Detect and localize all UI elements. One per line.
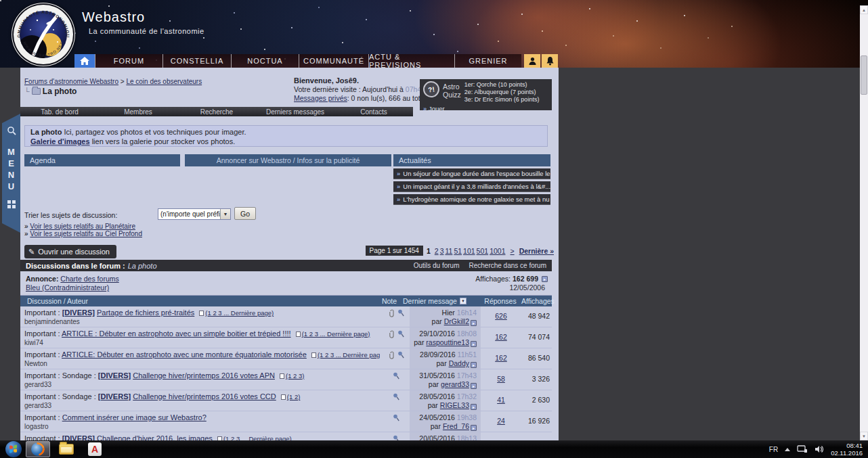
tab-constellia[interactable]: CONSTELLIA: [162, 54, 231, 68]
toolbar-members[interactable]: Membres: [99, 108, 177, 116]
home-tab[interactable]: [74, 54, 95, 68]
goto-last-post-icon[interactable]: ▸: [471, 383, 477, 389]
col-dernier-message[interactable]: Dernier message ▼: [403, 297, 479, 305]
thread-title-link[interactable]: Challenge hiver/printemps 2016 votes APN: [133, 371, 275, 380]
replies-link[interactable]: 162: [495, 333, 507, 341]
thread-pages-links[interactable]: (1 2 3 ... Dernière page): [318, 351, 380, 359]
announce-link[interactable]: Charte des forums: [60, 275, 118, 283]
col-discussion-auteur[interactable]: Discussion / Auteur: [20, 297, 376, 305]
taskbar-firefox-button[interactable]: [26, 441, 50, 457]
chevron-down-icon[interactable]: ▼: [220, 209, 230, 219]
user-menu-button[interactable]: [524, 54, 540, 68]
replies-link[interactable]: 24: [497, 417, 505, 425]
replies-link[interactable]: 58: [497, 375, 505, 383]
taskbar-autocad-button[interactable]: A: [83, 441, 107, 457]
last-poster-link[interactable]: raspouttine13: [426, 338, 469, 346]
announce-author-link[interactable]: Bleu (Contradministrateur): [26, 283, 109, 292]
page-link[interactable]: 101: [463, 247, 475, 255]
goto-last-post-icon[interactable]: ▸: [471, 320, 477, 326]
notifications-button[interactable]: [542, 54, 558, 68]
speaker-icon[interactable]: [815, 445, 824, 453]
breadcrumb-section-link[interactable]: Le coin des observateurs: [126, 78, 202, 85]
apps-grid-icon[interactable]: [7, 200, 16, 208]
tab-forum[interactable]: FORUM: [95, 54, 162, 68]
breadcrumb-root-link[interactable]: Forums d'astronomie Webastro: [24, 78, 118, 85]
toolbar-search[interactable]: Recherche: [177, 108, 256, 116]
thread-title-link[interactable]: Comment insérer une image sur Webastro?: [62, 413, 207, 421]
new-thread-button[interactable]: ✎ Ouvrir une discussion: [24, 245, 116, 258]
col-note[interactable]: Note: [376, 297, 403, 305]
thread-title-link[interactable]: Partage de fichiers pré-traités: [97, 308, 194, 317]
last-poster-link[interactable]: Daddy: [449, 359, 469, 367]
last-poster-link[interactable]: gerard33: [441, 380, 469, 388]
go-button[interactable]: Go: [234, 207, 256, 220]
page-link[interactable]: 51: [454, 247, 462, 255]
goto-last-post-icon[interactable]: ▸: [471, 362, 477, 368]
page-link[interactable]: 11: [445, 247, 452, 255]
scrollbar-thumb[interactable]: [861, 55, 867, 95]
toolbar-dashboard[interactable]: Tab. de bord: [20, 108, 99, 116]
thread-prefix-link[interactable]: [DIVERS]: [98, 371, 131, 380]
news-item[interactable]: »Un séjour de longue durée dans l'espace…: [393, 168, 550, 179]
toolbar-latest-posts[interactable]: Derniers messages: [256, 108, 334, 116]
thread-pages-links[interactable]: (1 2): [287, 393, 301, 400]
thread-pages-links[interactable]: (1 2 3 ... Dernière page): [205, 309, 274, 317]
goto-icon[interactable]: ▸: [542, 276, 548, 282]
replies-link[interactable]: 162: [495, 354, 507, 362]
tray-expand-icon[interactable]: [785, 448, 790, 451]
page-link[interactable]: 501: [477, 247, 489, 255]
ads-header[interactable]: Annoncer sur Webastro / Infos sur la pub…: [185, 154, 391, 166]
last-poster-link[interactable]: Fred_76: [443, 422, 469, 430]
replies-link[interactable]: 626: [495, 312, 507, 320]
thread-prefix-link[interactable]: [DIVERS]: [62, 434, 95, 440]
network-icon[interactable]: [797, 445, 808, 453]
col-reponses[interactable]: Réponses: [479, 297, 521, 305]
thread-pages-links[interactable]: (1 2 3 ... Dernière page): [302, 330, 370, 338]
tab-grenier[interactable]: GRENIER: [454, 54, 521, 68]
agenda-header[interactable]: Agenda: [24, 154, 180, 166]
thread-prefix-link[interactable]: [DIVERS]: [62, 308, 95, 317]
tab-communaute[interactable]: COMMUNAUTÉ: [299, 54, 368, 68]
prefix-select[interactable]: (n'importe quel préfixe) ▼: [158, 208, 231, 220]
page-link[interactable]: 3: [440, 247, 444, 255]
forum-search-menu[interactable]: Recherche dans ce forum: [469, 262, 546, 269]
webastro-logo[interactable]: COMMUNAUTÉ ASTRONOMIQUE WWW.WEBASTRO.NET: [12, 3, 75, 66]
last-poster-link[interactable]: RIGEL33: [440, 401, 469, 409]
news-item[interactable]: »Un impact géant il y a 3,8 milliards d'…: [393, 181, 550, 192]
thread-pages-links[interactable]: (1 2 3): [286, 372, 304, 380]
thread-title-link[interactable]: Challenge d'hiver 2016, les images: [97, 434, 213, 440]
tab-noctua[interactable]: NOCTUA: [231, 54, 299, 68]
language-indicator[interactable]: FR: [769, 446, 778, 453]
next-page-link[interactable]: >: [510, 247, 514, 255]
private-messages-link[interactable]: Messages privés: [294, 94, 347, 102]
last-page-link[interactable]: Dernière »: [519, 247, 554, 255]
col-affichages[interactable]: Affichages: [521, 297, 552, 305]
last-poster-link[interactable]: DrGkill2: [444, 317, 469, 325]
forum-tools-menu[interactable]: Outils du forum: [414, 262, 460, 269]
start-button[interactable]: [5, 441, 22, 457]
thread-prefix-link[interactable]: [DIVERS]: [98, 392, 131, 400]
thread-title-link[interactable]: ARTICLE: Débuter en astrophoto avec une …: [62, 350, 307, 359]
news-item[interactable]: »L'hydrogène atomique de notre galaxie s…: [393, 194, 550, 205]
goto-last-post-icon[interactable]: ▸: [471, 404, 477, 410]
thread-title-link[interactable]: Challenge hiver/printemps 2016 votes CCD: [133, 392, 276, 400]
taskbar-explorer-button[interactable]: [54, 441, 79, 457]
sort-desc-icon[interactable]: ▼: [460, 298, 466, 304]
replies-link[interactable]: 41: [497, 396, 505, 404]
scrollbar[interactable]: ▲ ▼: [860, 5, 868, 440]
clock[interactable]: 08:41 02.11.2016: [831, 442, 863, 457]
thread-pages-links[interactable]: (1 2 3 ... Dernière page): [223, 435, 292, 440]
gallery-link[interactable]: Galerie d'images: [30, 137, 90, 145]
filter-planetaire-link[interactable]: » Voir les sujets relatifs au Planétaire: [24, 223, 135, 230]
scroll-down-button[interactable]: ▼: [860, 432, 868, 440]
scroll-up-button[interactable]: ▲: [860, 5, 868, 14]
page-link[interactable]: 1001: [490, 247, 505, 255]
side-menu[interactable]: M E N U: [2, 114, 20, 233]
tab-actu-previsions[interactable]: ACTU & PREVISIONS: [368, 54, 454, 68]
goto-last-post-icon[interactable]: ▸: [471, 425, 477, 431]
goto-last-post-icon[interactable]: ▸: [471, 341, 477, 347]
search-icon[interactable]: [7, 126, 16, 138]
quizz-play-link[interactable]: » Jouer: [423, 105, 548, 112]
toolbar-contacts[interactable]: Contacts: [334, 108, 413, 116]
filter-ciel-profond-link[interactable]: » Voir les sujets relatifs au Ciel Profo…: [24, 230, 142, 237]
